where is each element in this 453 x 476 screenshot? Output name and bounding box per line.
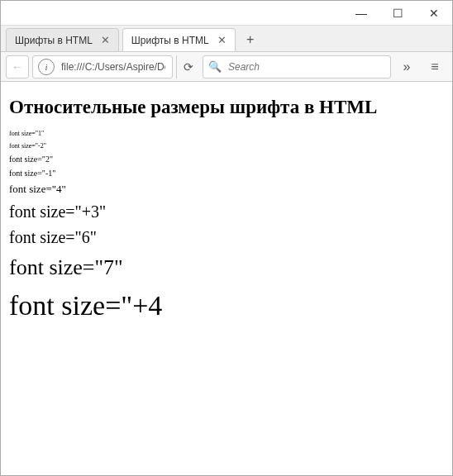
overflow-button[interactable]: » <box>394 55 419 79</box>
tab-1[interactable]: Шрифты в HTML ✕ <box>122 28 236 51</box>
info-icon[interactable]: i <box>38 59 55 75</box>
page-content: Относительные размеры шрифта в HTML font… <box>1 82 452 475</box>
maximize-button[interactable]: ☐ <box>379 1 416 26</box>
font-size-line-1: font size="-2" <box>9 142 444 150</box>
back-button[interactable]: ← <box>6 55 29 79</box>
titlebar: — ☐ ✕ <box>1 1 452 26</box>
font-size-line-4: font size="4" <box>9 183 444 196</box>
search-input[interactable] <box>226 60 385 74</box>
search-icon: 🔍 <box>208 60 222 73</box>
tab-0[interactable]: Шрифты в HTML ✕ <box>6 28 119 51</box>
menu-button[interactable]: ≡ <box>422 55 447 79</box>
address-bar[interactable]: i <box>32 55 173 79</box>
font-size-line-6: font size="6" <box>9 228 444 247</box>
url-input[interactable] <box>60 60 167 74</box>
toolbar: ← i ⟳ 🔍 » ≡ <box>1 52 452 82</box>
close-icon[interactable]: ✕ <box>101 34 110 46</box>
close-icon[interactable]: ✕ <box>217 34 226 46</box>
page-title: Относительные размеры шрифта в HTML <box>9 97 444 118</box>
font-size-line-7: font size="7" <box>9 255 444 280</box>
new-tab-button[interactable]: + <box>239 28 262 51</box>
tab-label: Шрифты в HTML <box>15 35 93 46</box>
font-size-line-8: font size="+4 <box>9 290 444 321</box>
font-size-line-5: font size="+3" <box>9 202 444 221</box>
search-bar[interactable]: 🔍 <box>203 55 391 79</box>
close-window-button[interactable]: ✕ <box>416 1 452 26</box>
font-size-line-0: font size="1" <box>9 130 444 137</box>
font-size-line-3: font size="-1" <box>9 169 444 178</box>
tab-label: Шрифты в HTML <box>131 35 209 46</box>
browser-window: — ☐ ✕ Шрифты в HTML ✕ Шрифты в HTML ✕ + … <box>0 0 453 476</box>
reload-button[interactable]: ⟳ <box>176 55 199 79</box>
minimize-button[interactable]: — <box>343 1 379 26</box>
font-size-line-2: font size="2" <box>9 155 444 164</box>
tab-bar: Шрифты в HTML ✕ Шрифты в HTML ✕ + <box>1 26 452 52</box>
font-size-examples: font size="1"font size="-2"font size="2"… <box>9 130 444 321</box>
